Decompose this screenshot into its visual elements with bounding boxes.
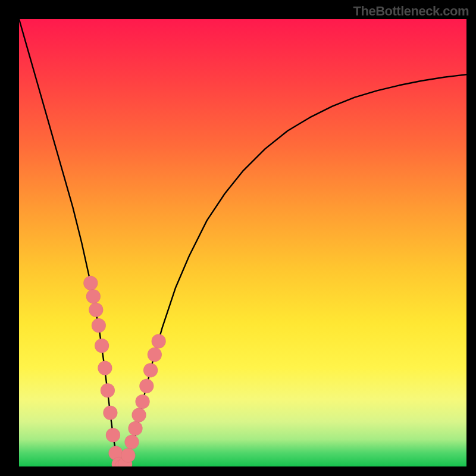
sample-dot (139, 379, 154, 393)
sample-dot (106, 428, 120, 442)
sample-dot (101, 383, 115, 397)
site-watermark: TheBottleneck.com (353, 4, 469, 19)
plot-area (19, 19, 466, 466)
sample-dot (148, 347, 162, 362)
sample-dot (132, 408, 146, 422)
sample-dot (129, 421, 143, 436)
chart-frame: TheBottleneck.com (0, 0, 476, 476)
sample-dot (103, 406, 117, 420)
curve-layer (19, 19, 466, 466)
sample-dot (86, 289, 101, 303)
bottleneck-curve (19, 19, 466, 466)
sample-dot (95, 339, 109, 353)
sample-dot (152, 334, 166, 348)
sample-dot (136, 394, 150, 409)
sample-dot (98, 361, 112, 375)
sample-dot (125, 435, 139, 449)
sample-dot (83, 276, 98, 290)
sample-dot (92, 318, 106, 333)
sample-dot (89, 303, 103, 317)
sample-dot (143, 363, 158, 377)
sample-dot (121, 448, 135, 462)
sample-dots (83, 276, 165, 466)
